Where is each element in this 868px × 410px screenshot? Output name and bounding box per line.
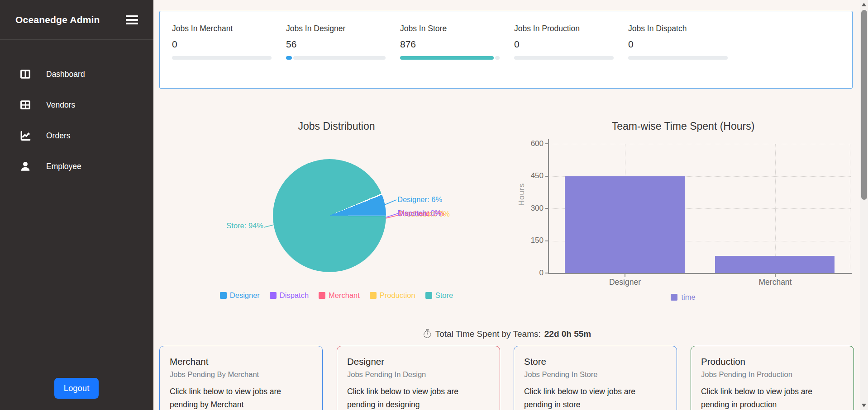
x-tick-merchant: Merchant xyxy=(739,278,811,287)
scrollbar-thumb[interactable] xyxy=(861,10,867,200)
sidebar-item-label: Dashboard xyxy=(46,70,85,79)
team-time-chart: Team-wise Time Spent (Hours) Hours 600 4… xyxy=(514,0,853,325)
pie-label-designer: Designer: 6% xyxy=(397,195,442,204)
card-subtitle: Jobs Pending In Production xyxy=(701,370,843,379)
columns-icon xyxy=(20,69,31,80)
total-time-value: 22d 0h 55m xyxy=(544,329,591,339)
pie-chart-title: Jobs Distribution xyxy=(159,120,514,132)
legend-item-production[interactable]: Production xyxy=(370,291,415,300)
x-axis xyxy=(548,273,852,274)
y-tick: 450 xyxy=(521,171,544,180)
card-subtitle: Jobs Pending In Store xyxy=(524,370,666,379)
sidebar-item-label: Orders xyxy=(46,131,70,141)
bar-merchant[interactable] xyxy=(715,256,835,273)
sidebar-item-employee[interactable]: Employee xyxy=(0,151,153,182)
card-body: Click link below to view jobs are pendin… xyxy=(170,385,311,410)
pie-circle[interactable] xyxy=(273,159,386,272)
bar-legend[interactable]: time xyxy=(514,293,853,302)
y-tick: 150 xyxy=(521,236,544,245)
sidebar-nav: Dashboard Vendors Orders xyxy=(0,59,153,182)
bar-legend-label: time xyxy=(681,293,695,302)
legend-swatch xyxy=(671,294,677,301)
y-tick: 600 xyxy=(521,139,544,148)
bar-chart-title: Team-wise Time Spent (Hours) xyxy=(514,120,853,132)
sidebar-item-label: Vendors xyxy=(46,100,75,110)
pie-label-store: Store: 94% xyxy=(218,221,263,230)
legend-swatch xyxy=(425,292,432,299)
legend-item-dispatch[interactable]: Dispatch xyxy=(270,291,309,300)
legend-swatch xyxy=(220,292,227,299)
card-designer: Designer Jobs Pending In Design Click li… xyxy=(337,346,500,410)
card-body: Click link below to view jobs are pendin… xyxy=(701,385,843,410)
pie-label-dispatch: Dispatch: 0% xyxy=(397,209,441,217)
legend-swatch xyxy=(319,292,325,299)
logout-button[interactable]: Logout xyxy=(54,378,99,399)
jobs-distribution-chart: Jobs Distribution Designer: 6% Productio… xyxy=(159,0,514,325)
table-icon xyxy=(20,99,31,110)
legend-swatch xyxy=(370,292,377,299)
sidebar-item-orders[interactable]: Orders xyxy=(0,120,153,151)
card-title: Designer xyxy=(347,356,489,367)
user-icon xyxy=(20,161,31,172)
total-time-row: Total Time Spent by Teams: 22d 0h 55m xyxy=(153,329,860,339)
y-tick: 0 xyxy=(521,269,544,278)
card-body: Click link below to view jobs are pendin… xyxy=(347,385,489,410)
y-axis xyxy=(548,139,549,273)
bar-plot-area xyxy=(548,144,851,273)
sidebar-item-label: Employee xyxy=(46,162,81,171)
app-title: Oceanedge Admin xyxy=(15,14,100,25)
y-tick: 300 xyxy=(521,204,544,213)
scroll-down-arrow[interactable] xyxy=(862,404,866,407)
x-tick-designer: Designer xyxy=(589,278,661,287)
card-title: Store xyxy=(524,356,666,367)
card-store: Store Jobs Pending In Store Click link b… xyxy=(514,346,677,410)
card-production: Production Jobs Pending In Production Cl… xyxy=(691,346,854,410)
card-title: Merchant xyxy=(170,356,311,367)
chart-line-icon xyxy=(20,130,31,141)
sidebar-header: Oceanedge Admin xyxy=(0,0,153,40)
card-title: Production xyxy=(701,356,843,367)
sidebar: Oceanedge Admin Dashboard xyxy=(0,0,153,410)
legend-item-designer[interactable]: Designer xyxy=(220,291,260,300)
legend-item-merchant[interactable]: Merchant xyxy=(319,291,360,300)
total-time-label: Total Time Spent by Teams: xyxy=(435,329,541,339)
card-body: Click link below to view jobs are pendin… xyxy=(524,385,666,410)
card-subtitle: Jobs Pending In Design xyxy=(347,370,489,379)
legend-swatch xyxy=(270,292,277,299)
pie-legend: Designer Dispatch Merchant Production St… xyxy=(159,291,514,300)
stopwatch-icon xyxy=(423,329,432,339)
hamburger-menu-icon[interactable] xyxy=(126,15,138,24)
legend-item-store[interactable]: Store xyxy=(425,291,453,300)
card-merchant: Merchant Jobs Pending By Merchant Click … xyxy=(159,346,323,410)
main-content: Jobs In Merchant 0 Jobs In Designer 56 J… xyxy=(153,0,860,410)
card-subtitle: Jobs Pending By Merchant xyxy=(170,370,311,379)
sidebar-item-dashboard[interactable]: Dashboard xyxy=(0,59,153,90)
bar-designer[interactable] xyxy=(565,176,685,273)
scroll-up-arrow[interactable] xyxy=(862,3,866,6)
sidebar-item-vendors[interactable]: Vendors xyxy=(0,90,153,120)
dashboard-page: Oceanedge Admin Dashboard xyxy=(0,0,868,410)
vertical-scrollbar xyxy=(860,0,868,410)
